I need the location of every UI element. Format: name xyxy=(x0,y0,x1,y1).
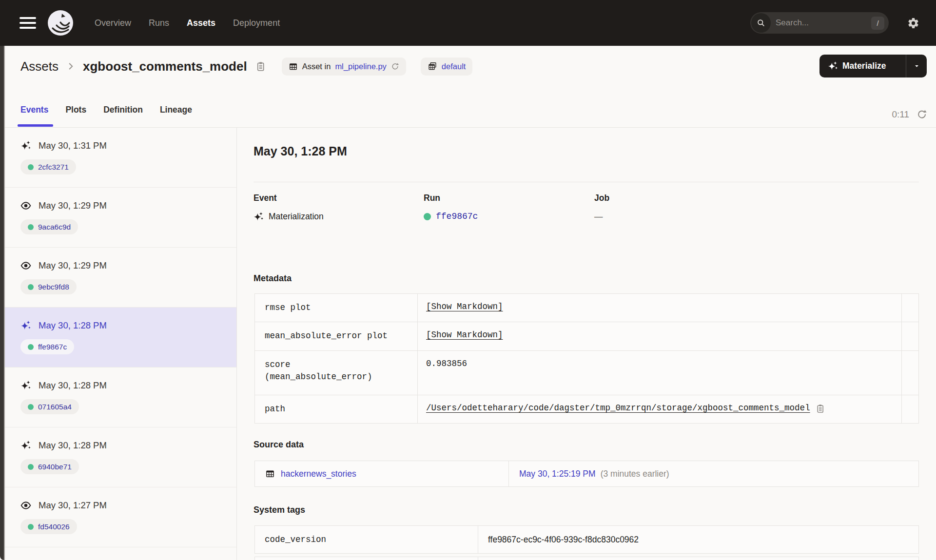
search-icon xyxy=(751,13,771,33)
refresh-countdown: 0:11 xyxy=(892,109,909,120)
metadata-key: path xyxy=(255,395,418,423)
materialize-split-button: Materialize xyxy=(819,55,927,77)
event-row-selected[interactable]: May 30, 1:28 PM ffe9867c xyxy=(5,308,236,367)
run-pill[interactable]: 9aca6c9d xyxy=(20,219,78,234)
auto-refresh: 0:11 xyxy=(892,109,927,120)
event-row[interactable]: May 30, 1:29 PM 9ebc9fd8 xyxy=(5,248,236,308)
left-window-edge xyxy=(0,46,5,560)
system-tag-row: code_version ffe9867c-ec9c-4f06-939c-f8d… xyxy=(254,525,919,554)
run-pill[interactable]: ffe9867c xyxy=(20,339,74,354)
materialize-button[interactable]: Materialize xyxy=(819,55,906,77)
asset-tabs: Events Plots Definition Lineage xyxy=(20,105,192,115)
source-data-table: hackernews_stories May 30, 1:25:19 PM (3… xyxy=(254,461,919,487)
run-status-dot xyxy=(28,164,34,170)
breadcrumb: Assets xgboost_comments_model Asset in m… xyxy=(20,55,472,78)
hamburger-menu-icon[interactable] xyxy=(20,17,36,29)
event-time: May 30, 1:27 PM xyxy=(39,500,107,511)
asset-group-chip[interactable]: default xyxy=(421,58,473,76)
run-column-label: Run xyxy=(424,193,478,203)
reload-location-icon[interactable] xyxy=(391,62,399,71)
table-row: rmse plot [Show Markdown] xyxy=(255,294,918,322)
system-tag-key: code_version xyxy=(255,526,478,553)
event-row[interactable]: May 30, 1:28 PM 6940be71 xyxy=(5,427,236,487)
event-time: May 30, 1:29 PM xyxy=(39,260,107,271)
table-icon xyxy=(289,62,298,71)
nav-item-deployment[interactable]: Deployment xyxy=(233,18,280,28)
code-location-file-link[interactable]: ml_pipeline.py xyxy=(335,62,386,71)
table-icon xyxy=(265,469,275,479)
event-type-value: Materialization xyxy=(269,212,324,222)
event-detail-title: May 30, 1:28 PM xyxy=(254,144,347,158)
path-link[interactable]: /Users/odetteharary/code/dagster/tmp_0mz… xyxy=(426,403,810,413)
sparkles-icon xyxy=(20,320,31,331)
nav-item-overview[interactable]: Overview xyxy=(95,18,131,28)
tab-definition[interactable]: Definition xyxy=(103,105,143,115)
run-pill[interactable]: 6940be71 xyxy=(20,459,79,474)
event-row[interactable]: May 30, 1:27 PM fd540026 xyxy=(5,487,236,547)
source-timestamp-link[interactable]: May 30, 1:25:19 PM xyxy=(519,469,596,479)
run-pill[interactable]: fd540026 xyxy=(20,519,77,534)
system-tag-row-partial xyxy=(254,557,919,560)
show-markdown-link[interactable]: [Show Markdown] xyxy=(426,302,503,311)
run-status-dot xyxy=(28,524,34,530)
tab-plots[interactable]: Plots xyxy=(65,105,86,115)
refresh-icon[interactable] xyxy=(916,109,927,120)
active-tab-underline xyxy=(18,124,53,127)
event-row[interactable]: May 30, 1:28 PM 071605a4 xyxy=(5,367,236,427)
run-pill[interactable]: 071605a4 xyxy=(20,399,79,414)
source-asset-link[interactable]: hackernews_stories xyxy=(281,469,356,479)
divider xyxy=(254,182,919,182)
dagster-asset-page: Overview Runs Assets Deployment Search..… xyxy=(0,0,936,560)
event-column-label: Event xyxy=(254,193,324,203)
copy-asset-name-icon[interactable] xyxy=(255,61,266,72)
tab-events[interactable]: Events xyxy=(20,105,48,115)
breadcrumb-assets-link[interactable]: Assets xyxy=(20,59,58,74)
show-markdown-link[interactable]: [Show Markdown] xyxy=(426,330,503,340)
table-row: mean_absolute_error plot [Show Markdown] xyxy=(255,322,918,350)
event-time: May 30, 1:31 PM xyxy=(39,140,107,151)
job-value: — xyxy=(594,212,603,222)
code-location-prefix: Asset in xyxy=(302,62,331,71)
run-id: 9aca6c9d xyxy=(38,223,71,232)
source-data-heading: Source data xyxy=(254,440,304,450)
gear-icon[interactable] xyxy=(907,17,919,29)
event-time: May 30, 1:28 PM xyxy=(39,380,107,391)
top-nav-bar: Overview Runs Assets Deployment Search..… xyxy=(0,0,936,46)
event-row[interactable]: May 30, 1:31 PM 2cfc3271 xyxy=(5,128,236,188)
metadata-heading: Metadata xyxy=(254,273,292,284)
event-row[interactable]: May 30, 1:29 PM 9aca6c9d xyxy=(5,188,236,248)
run-pill[interactable]: 9ebc9fd8 xyxy=(20,279,77,294)
tab-lineage[interactable]: Lineage xyxy=(160,105,192,115)
search-input[interactable]: Search... / xyxy=(750,12,889,34)
run-id: 6940be71 xyxy=(38,463,72,471)
run-status-dot xyxy=(28,404,34,410)
search-placeholder: Search... xyxy=(776,18,871,28)
sparkles-icon xyxy=(254,212,264,222)
nav-item-runs[interactable]: Runs xyxy=(149,18,169,28)
metadata-value: 0.983856 xyxy=(426,359,467,368)
materialize-dropdown-button[interactable] xyxy=(906,55,927,77)
dagster-logo[interactable] xyxy=(47,9,74,37)
stacked-tables-icon xyxy=(428,61,437,71)
run-id: 2cfc3271 xyxy=(38,163,69,172)
page-title: xgboost_comments_model xyxy=(83,59,247,74)
job-column-label: Job xyxy=(594,193,609,203)
metadata-key: rmse plot xyxy=(255,294,418,322)
eye-icon xyxy=(20,260,31,271)
copy-path-icon[interactable] xyxy=(815,404,825,414)
metadata-key: score (mean_absolute_error) xyxy=(255,351,418,395)
run-id: fd540026 xyxy=(38,522,70,531)
metadata-table: rmse plot [Show Markdown] mean_absolute_… xyxy=(254,293,919,424)
system-tags-heading: System tags xyxy=(254,505,305,515)
chevron-down-icon xyxy=(913,62,920,70)
run-id: 071605a4 xyxy=(38,403,72,411)
nav-item-assets[interactable]: Assets xyxy=(187,18,215,28)
run-id-link[interactable]: ffe9867c xyxy=(436,212,478,221)
run-id: ffe9867c xyxy=(38,343,67,351)
sparkles-icon xyxy=(20,440,31,451)
run-status-dot xyxy=(28,224,34,230)
event-time: May 30, 1:28 PM xyxy=(39,440,107,451)
eye-icon xyxy=(20,200,31,211)
table-row: score (mean_absolute_error) 0.983856 xyxy=(255,351,918,395)
run-pill[interactable]: 2cfc3271 xyxy=(20,159,76,174)
